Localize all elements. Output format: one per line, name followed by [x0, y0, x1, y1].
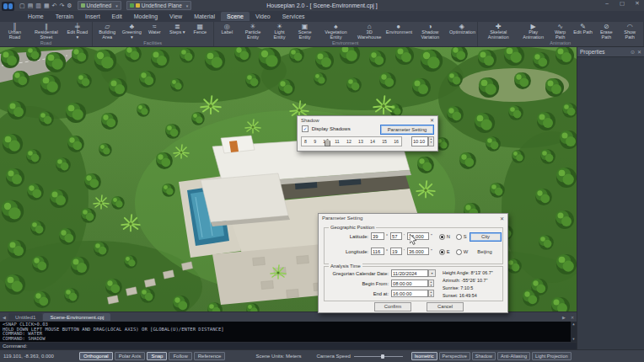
latitude-degrees-field[interactable]	[371, 232, 384, 240]
longitude-degrees-field[interactable]	[371, 248, 384, 255]
maximize-button[interactable]: ▢	[617, 0, 627, 7]
erase-path-button[interactable]: ⊘Erase Path	[594, 23, 618, 40]
begin-time-spinner[interactable]: ▴▾	[391, 279, 434, 287]
show-path-button[interactable]: ◠Show Path	[618, 23, 641, 40]
shadow-time-slider[interactable]: 8 9 10 11 12 13 14 15 16	[301, 136, 402, 146]
doc-tab-untitled1[interactable]: Untitled1	[8, 313, 42, 321]
toggle-shadow[interactable]: Shadow	[472, 352, 496, 360]
toggle-follow[interactable]: Follow	[169, 352, 191, 360]
warehouse-3d-button[interactable]: ⌂3D Warehouse	[353, 23, 384, 40]
command-input-line[interactable]: Command:	[0, 342, 577, 349]
light-entity-button[interactable]: ☀Light Entity	[267, 23, 291, 40]
redo-icon[interactable]: ↷	[59, 3, 64, 9]
date-value-field[interactable]	[391, 269, 428, 277]
water-button[interactable]: ≈Water	[143, 23, 166, 40]
end-time-spinner[interactable]: ▴▾	[391, 290, 434, 297]
toggle-reference[interactable]: Reference	[194, 352, 226, 360]
spin-down-icon[interactable]: ▾	[429, 284, 433, 287]
scene-entity-button[interactable]: ▣Scene Entity	[292, 23, 319, 40]
save-icon[interactable]: ▥	[35, 3, 41, 9]
shadow-time-value[interactable]	[411, 136, 428, 146]
command-history-window[interactable]: <SNAP CLICK>0.03 HOLD DOWN LEFT MOUSE BU…	[0, 322, 577, 342]
radio-south[interactable]: S	[456, 234, 467, 240]
tab-material[interactable]: Material	[188, 12, 221, 21]
toggle-polar-axis[interactable]: Polar Axis	[115, 352, 146, 360]
tab-modeling[interactable]: Modeling	[128, 12, 164, 21]
scroll-up-icon[interactable]: ▲	[572, 322, 574, 327]
toggle-isometric[interactable]: Isometric	[411, 352, 437, 360]
city-button[interactable]: City	[470, 232, 502, 242]
tab-video[interactable]: Video	[250, 12, 276, 21]
tab-terrain[interactable]: Terrain	[50, 12, 79, 21]
begin-time-field[interactable]	[391, 279, 428, 287]
longitude-minutes-field[interactable]	[390, 248, 402, 255]
plane-selector-dropdown[interactable]: Undefined Plane ▾	[126, 1, 192, 10]
label-button[interactable]: ◎Label	[216, 23, 239, 40]
vegetation-entity-button[interactable]: ♠Vegetation Entity	[319, 23, 354, 40]
spin-down-icon[interactable]: ▾	[429, 294, 433, 297]
radio-north[interactable]: N	[439, 234, 450, 240]
command-scrollbar[interactable]: ▲ ▼	[571, 322, 577, 342]
toggle-snap[interactable]: Snap	[147, 352, 167, 360]
edit-path-button[interactable]: ✎Edit Path	[572, 23, 594, 40]
tab-view[interactable]: View	[164, 12, 188, 21]
dialog-close-icon[interactable]: ✕	[430, 117, 434, 123]
new-file-icon[interactable]: ▢	[19, 3, 25, 9]
shadow-variation-button[interactable]: ◑Shadow Variation	[412, 23, 448, 40]
spin-down-icon[interactable]: ▾	[429, 141, 433, 144]
fence-button[interactable]: ▦Fence	[189, 23, 212, 40]
tab-insert[interactable]: Insert	[79, 12, 106, 21]
scroll-down-icon[interactable]: ▼	[572, 337, 574, 342]
longitude-seconds-field[interactable]	[407, 248, 429, 255]
steps-button[interactable]: ≣Steps ▾	[166, 23, 189, 40]
save-all-icon[interactable]: ▦	[44, 3, 50, 9]
dialog-close-icon[interactable]: ✕	[500, 216, 504, 221]
tab-scroll-right-icon[interactable]: ▶	[560, 315, 568, 320]
greening-button[interactable]: ♣Greening ▾	[121, 23, 143, 40]
toggle-perspective[interactable]: Perspective	[439, 352, 470, 360]
sunrise-value: Sunrise: 7:10:5	[443, 285, 473, 290]
settings-gear-icon[interactable]: ⚙	[67, 3, 72, 9]
radio-west[interactable]: W	[456, 249, 468, 255]
close-button[interactable]: ✕	[632, 0, 642, 7]
toggle-anti-aliasing[interactable]: Anti-Aliasing	[497, 352, 530, 360]
tab-close-icon[interactable]: ✕	[568, 315, 577, 320]
tab-scene[interactable]: Scene	[221, 12, 250, 21]
optimization-button[interactable]: ◈Optimization	[448, 23, 475, 40]
play-animation-button[interactable]: ▶Play Animation	[518, 23, 549, 40]
doc-tab-scene-environment[interactable]: Scene-Environment.cpj	[43, 313, 110, 321]
radio-east[interactable]: E	[439, 249, 450, 255]
urban-road-button[interactable]: ║Urban Road	[2, 23, 28, 40]
particle-entity-button[interactable]: ✳Particle Entity	[239, 23, 268, 40]
display-shadows-checkbox[interactable]: ✓ Display Shadows	[302, 125, 351, 132]
camera-speed-handle[interactable]	[381, 354, 384, 359]
shadow-time-spinner[interactable]: ▴▾	[411, 136, 434, 146]
toggle-orthogonal[interactable]: Orthogonal	[79, 352, 113, 360]
skeletal-animation-button[interactable]: ✚Skeletal Animation	[480, 23, 518, 40]
environment-button[interactable]: ●Environment	[385, 23, 412, 40]
cancel-button[interactable]: Cancel	[427, 302, 464, 311]
pin-icon[interactable]: ⊙	[631, 49, 635, 55]
minimize-button[interactable]: –	[602, 0, 612, 7]
tab-scroll-left-icon[interactable]: ◀	[0, 315, 8, 320]
sunset-value: Sunset: 16:49:54	[443, 293, 477, 298]
tab-services[interactable]: Services	[276, 12, 311, 21]
end-time-field[interactable]	[391, 290, 428, 297]
tab-edit[interactable]: Edit	[106, 12, 128, 21]
calendar-icon[interactable]: ▾	[429, 270, 435, 277]
open-file-icon[interactable]: ▤	[28, 3, 34, 9]
tab-home[interactable]: Home	[22, 12, 50, 21]
latitude-minutes-field[interactable]	[390, 232, 402, 240]
undo-icon[interactable]: ↶	[52, 3, 57, 9]
edit-road-button[interactable]: ╪Edit Road ▾	[65, 23, 90, 40]
building-area-button[interactable]: ▱Building Area	[94, 23, 121, 40]
camera-speed-slider[interactable]	[354, 356, 403, 357]
warp-path-button[interactable]: ∿Warp Path	[549, 23, 572, 40]
residential-street-button[interactable]: ∥Residential Street	[28, 23, 65, 40]
panel-close-icon[interactable]: ✕	[637, 49, 641, 55]
gregorian-date-picker[interactable]: ▾	[391, 269, 436, 277]
toggle-light-projection[interactable]: Light Projection	[532, 352, 572, 360]
scene-selector-dropdown[interactable]: Undefined ▾	[78, 1, 121, 10]
confirm-button[interactable]: Confirm	[374, 302, 411, 311]
parameter-setting-button[interactable]: Parameter Setting	[380, 125, 434, 135]
